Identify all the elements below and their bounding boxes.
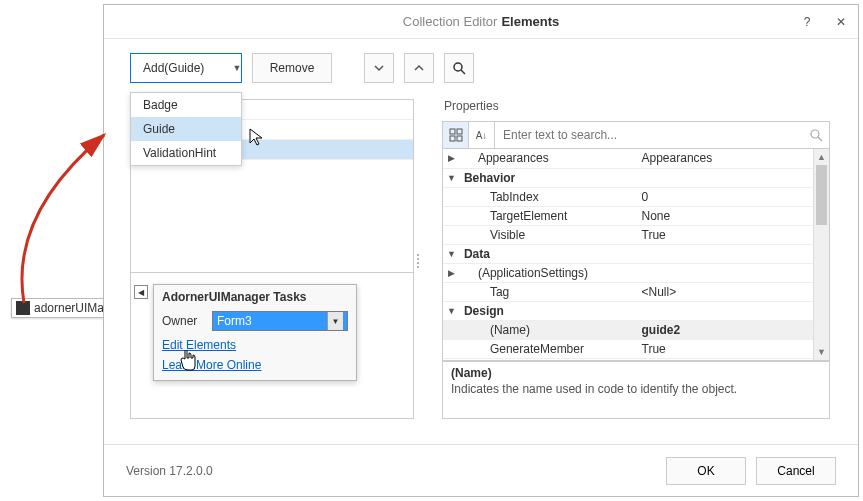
remove-button[interactable]: Remove <box>252 53 332 83</box>
chevron-down-icon: ▼ <box>232 63 241 73</box>
property-category[interactable]: ▼Data <box>443 244 813 263</box>
svg-rect-3 <box>457 129 462 134</box>
move-down-button[interactable] <box>364 53 394 83</box>
smart-tag-header: AdornerUIManager Tasks <box>162 290 348 304</box>
svg-line-7 <box>818 137 822 141</box>
property-search-input[interactable] <box>495 128 803 142</box>
property-category[interactable]: ▼Design <box>443 301 813 320</box>
property-grid-header: A↓ <box>442 121 830 149</box>
dropdown-item[interactable]: Guide <box>131 117 241 141</box>
close-button[interactable]: ✕ <box>824 5 858 39</box>
property-category[interactable]: ▼Behavior <box>443 168 813 187</box>
svg-rect-4 <box>450 136 455 141</box>
move-up-button[interactable] <box>404 53 434 83</box>
add-dropdown[interactable]: BadgeGuideValidationHint <box>130 92 242 166</box>
learn-more-link[interactable]: Learn More Online <box>162 358 348 372</box>
property-row[interactable]: GenerateMemberTrue <box>443 339 813 358</box>
search-icon <box>803 129 829 142</box>
toolbar: Add(Guide) ▼ Remove <box>104 39 858 97</box>
svg-point-6 <box>811 130 819 138</box>
property-row[interactable]: (Name)guide2 <box>443 320 813 339</box>
svg-rect-5 <box>457 136 462 141</box>
property-row[interactable]: TabIndex0 <box>443 187 813 206</box>
search-button[interactable] <box>444 53 474 83</box>
title-prefix: Collection Editor <box>403 14 498 29</box>
smart-tag-glyph[interactable]: ◀ <box>134 285 148 299</box>
splitter[interactable] <box>414 99 422 423</box>
version-label: Version 17.2.0.0 <box>126 464 656 478</box>
property-row[interactable]: ▶(ApplicationSettings) <box>443 263 813 282</box>
alphabetical-button[interactable]: A↓ <box>469 122 495 148</box>
property-grid[interactable]: ▶AppearancesAppearances▼BehaviorTabIndex… <box>442 149 830 361</box>
property-row[interactable]: Tag<Null> <box>443 282 813 301</box>
dropdown-item[interactable]: ValidationHint <box>131 141 241 165</box>
collection-editor-dialog: Collection Editor Elements ? ✕ Add(Guide… <box>103 4 859 497</box>
owner-combo[interactable]: Form3 ▼ <box>212 311 348 331</box>
svg-rect-2 <box>450 129 455 134</box>
property-description: (Name) Indicates the name used in code t… <box>442 361 830 419</box>
owner-label: Owner <box>162 314 212 328</box>
property-row[interactable]: TargetElementNone <box>443 206 813 225</box>
scroll-down[interactable]: ▼ <box>814 344 829 360</box>
add-button[interactable]: Add(Guide) ▼ <box>130 53 242 83</box>
chevron-down-icon: ▼ <box>327 312 343 330</box>
edit-elements-link[interactable]: Edit Elements <box>162 338 348 352</box>
property-row[interactable]: ▶AppearancesAppearances <box>443 149 813 168</box>
scroll-up[interactable]: ▲ <box>814 149 829 165</box>
desc-text: Indicates the name used in code to ident… <box>451 382 821 396</box>
title-main: Elements <box>501 14 559 29</box>
svg-line-1 <box>461 70 465 74</box>
scroll-thumb[interactable] <box>816 165 827 225</box>
ok-button[interactable]: OK <box>666 457 746 485</box>
properties-label: Properties <box>444 99 830 117</box>
categorized-button[interactable] <box>443 122 469 148</box>
property-row[interactable]: VisibleTrue <box>443 225 813 244</box>
scrollbar[interactable]: ▲ ▼ <box>813 149 829 360</box>
titlebar: Collection Editor Elements ? ✕ <box>104 5 858 39</box>
component-icon <box>16 301 30 315</box>
smart-tag-panel: AdornerUIManager Tasks Owner Form3 ▼ Edi… <box>153 284 357 381</box>
svg-point-0 <box>454 63 462 71</box>
help-button[interactable]: ? <box>790 5 824 39</box>
desc-title: (Name) <box>451 366 821 380</box>
dropdown-item[interactable]: Badge <box>131 93 241 117</box>
cancel-button[interactable]: Cancel <box>756 457 836 485</box>
footer: Version 17.2.0.0 OK Cancel <box>104 444 858 496</box>
